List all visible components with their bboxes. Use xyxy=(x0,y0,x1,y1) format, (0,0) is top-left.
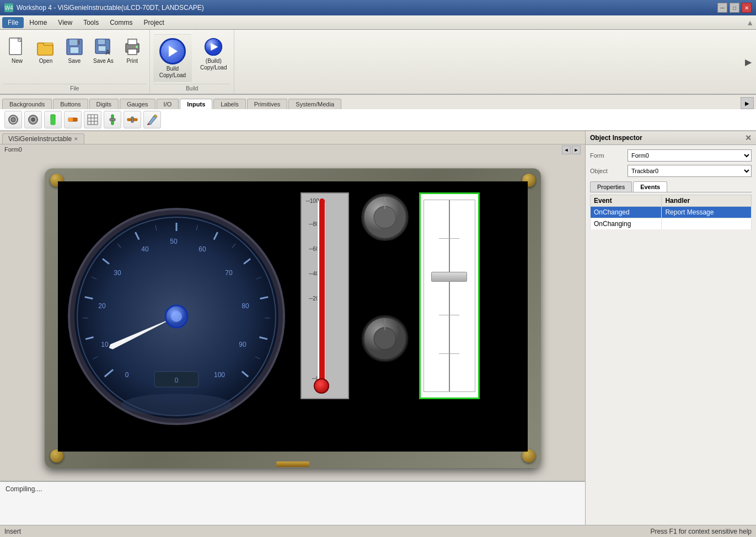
minimize-button[interactable]: ─ xyxy=(717,3,727,13)
tool-circle-outline[interactable] xyxy=(4,111,22,128)
thermometer-widget[interactable]: ─100 ─80 ─60 ─40 ─20 ─0 xyxy=(301,192,349,399)
svg-text:20: 20 xyxy=(98,302,106,310)
svg-rect-23 xyxy=(51,120,55,125)
tool-gauge-v[interactable] xyxy=(44,111,62,128)
build-group-label: Build xyxy=(153,84,231,94)
toolbar-cursor-btn[interactable]: ▶ xyxy=(741,97,754,109)
tab-primitives[interactable]: Primitives xyxy=(247,99,288,109)
tool-pencil[interactable] xyxy=(143,111,161,128)
svg-point-73 xyxy=(171,311,182,322)
svg-text:60: 60 xyxy=(199,245,206,253)
title-bar: W4 Workshop 4 - ViSiGenieInstructable(uL… xyxy=(0,0,756,15)
build-label: BuildCopy/Load xyxy=(159,66,186,79)
print-icon xyxy=(122,37,142,57)
inspector-form-select[interactable]: Form0 xyxy=(628,149,752,162)
new-button[interactable]: New xyxy=(3,34,31,67)
app-icon: W4 xyxy=(4,3,13,12)
close-button[interactable]: ✕ xyxy=(742,3,752,13)
print-button[interactable]: Print xyxy=(119,34,146,67)
event-row-onchanging[interactable]: OnChanging xyxy=(591,218,752,230)
tool-grid[interactable] xyxy=(84,111,101,128)
menu-home[interactable]: Home xyxy=(24,17,52,28)
tool-gauge-h[interactable] xyxy=(64,111,82,128)
document-tabs: ViSiGenieInstructable ✕ xyxy=(0,131,585,144)
tab-inputs[interactable]: Inputs xyxy=(180,99,212,109)
ribbon-options-icon[interactable]: ▶ xyxy=(745,57,752,67)
inspector-object-select[interactable]: Trackbar0 xyxy=(628,165,752,177)
maximize-button[interactable]: □ xyxy=(730,3,739,13)
inspector-close[interactable]: ✕ xyxy=(745,133,752,142)
tab-digits[interactable]: Digits xyxy=(89,99,119,109)
inspector-title: Object Inspector xyxy=(590,134,642,142)
svg-rect-25 xyxy=(68,118,73,121)
build-copy-button[interactable]: (Build)Copy/Load xyxy=(196,34,230,74)
svg-point-83 xyxy=(374,327,396,350)
save-as-label: Save As xyxy=(93,58,114,65)
tab-system-media[interactable]: System/Media xyxy=(288,99,341,109)
file-group-label: File xyxy=(3,84,146,94)
tab-gauges[interactable]: Gauges xyxy=(120,99,156,109)
inspector-header: Object Inspector ✕ xyxy=(586,131,756,145)
inspector-tab-events[interactable]: Events xyxy=(633,181,667,192)
device-screen[interactable]: 0 10 20 30 40 50 60 70 8 xyxy=(58,181,528,452)
tool-bar-h[interactable] xyxy=(124,111,141,128)
open-label: Open xyxy=(39,58,52,65)
svg-point-79 xyxy=(374,206,396,228)
svg-text:30: 30 xyxy=(114,269,121,277)
svg-text:0: 0 xyxy=(174,377,178,384)
event-row-onchanged[interactable]: OnChanged Report Message xyxy=(591,207,752,218)
svg-rect-26 xyxy=(88,115,98,125)
device-wrapper: 0 10 20 30 40 50 60 70 8 xyxy=(4,160,581,476)
save-label: Save xyxy=(68,58,81,65)
build-button[interactable]: BuildCopy/Load xyxy=(153,34,192,83)
svg-point-19 xyxy=(11,117,15,122)
tool-bar-v[interactable] xyxy=(104,111,121,128)
menu-file[interactable]: File xyxy=(2,17,24,28)
event-name-onchanged: OnChanged xyxy=(591,207,662,218)
event-name-onchanging: OnChanging xyxy=(591,218,662,230)
doc-tab-close[interactable]: ✕ xyxy=(74,136,78,142)
svg-rect-9 xyxy=(98,39,105,45)
save-as-button[interactable]: A Save As xyxy=(89,34,117,67)
save-button[interactable]: Save xyxy=(61,34,88,67)
status-right: Press F1 for context sensitive help xyxy=(651,528,752,535)
menu-tools[interactable]: Tools xyxy=(78,17,104,28)
build-copy-icon xyxy=(203,37,223,57)
tab-buttons[interactable]: Buttons xyxy=(53,99,88,109)
tab-labels[interactable]: Labels xyxy=(213,99,245,109)
tab-io[interactable]: I/O xyxy=(157,99,179,109)
svg-rect-7 xyxy=(78,40,80,45)
panel-scroll-right[interactable]: ► xyxy=(572,146,581,154)
svg-point-21 xyxy=(31,118,35,121)
save-icon xyxy=(65,37,84,57)
svg-rect-5 xyxy=(69,39,78,46)
inspector-form-row: Form Form0 xyxy=(590,149,752,162)
status-bar: Insert Press F1 for context sensitive he… xyxy=(0,525,756,537)
inspector-content: Form Form0 Object Trackbar0 Properties E… xyxy=(586,145,756,525)
inspector-tab-properties[interactable]: Properties xyxy=(590,181,632,192)
svg-point-15 xyxy=(136,46,138,48)
svg-rect-13 xyxy=(128,39,137,45)
menu-project[interactable]: Project xyxy=(138,17,170,28)
speedometer-widget[interactable]: 0 10 20 30 40 50 60 70 8 xyxy=(63,190,289,443)
svg-text:100: 100 xyxy=(213,371,224,379)
open-button[interactable]: Open xyxy=(32,34,60,67)
tool-circle-filled[interactable] xyxy=(24,111,42,128)
menu-view[interactable]: View xyxy=(52,17,78,28)
svg-text:70: 70 xyxy=(225,269,233,277)
events-col-handler: Handler xyxy=(662,195,752,207)
knob-top-widget[interactable] xyxy=(360,192,410,242)
ribbon-collapse[interactable]: ▲ xyxy=(746,18,754,27)
canvas-area: ViSiGenieInstructable ✕ Form0 ◄ ► xyxy=(0,131,585,525)
menu-comms[interactable]: Comms xyxy=(104,17,138,28)
ribbon-build-group: BuildCopy/Load xyxy=(150,30,235,94)
panel-scroll-left[interactable]: ◄ xyxy=(562,146,571,154)
doc-tab-main[interactable]: ViSiGenieInstructable ✕ xyxy=(2,133,84,144)
tab-backgrounds[interactable]: Backgrounds xyxy=(2,99,52,109)
status-left: Insert xyxy=(4,528,21,535)
open-icon xyxy=(36,37,56,57)
inspector-object-row: Object Trackbar0 xyxy=(590,165,752,177)
trackbar-widget[interactable] xyxy=(419,192,480,399)
knob-bottom-widget[interactable] xyxy=(360,314,410,363)
build-copy-label: (Build)Copy/Load xyxy=(200,58,227,71)
